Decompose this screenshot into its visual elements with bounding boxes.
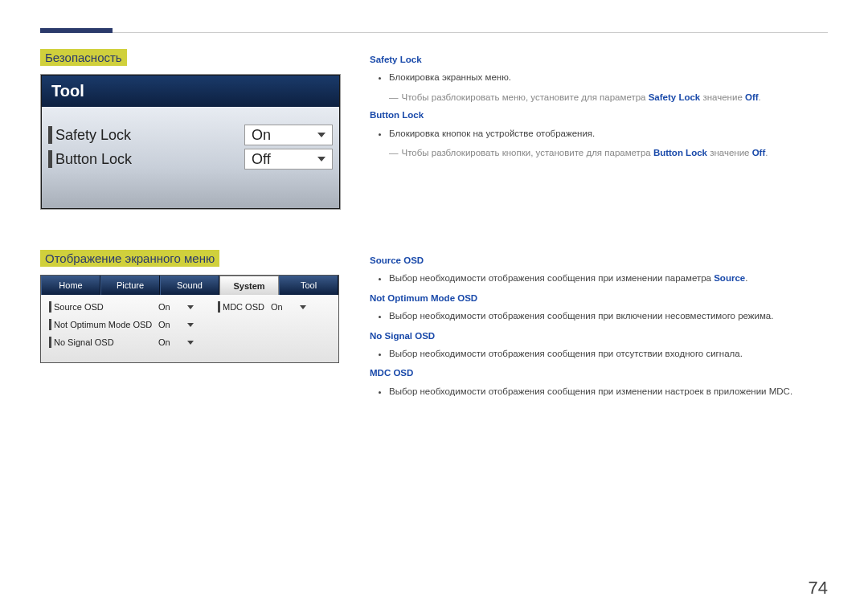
row-marker-icon — [48, 126, 52, 144]
row-marker-icon — [49, 301, 51, 313]
tool-row-button-lock: Button Lock Off — [48, 149, 333, 170]
chevron-down-icon — [187, 305, 194, 309]
section-title-security: Безопасность — [40, 49, 127, 66]
chevron-down-icon — [300, 305, 306, 309]
tool-panel: Tool Safety Lock On Button Lock — [40, 74, 341, 210]
osd-row-label: Not Optimum Mode OSD — [54, 320, 158, 329]
tab-picture[interactable]: Picture — [100, 276, 160, 295]
tab-tool[interactable]: Tool — [279, 276, 338, 295]
desc-item: Выбор необходимости отображения сообщени… — [389, 271, 828, 285]
tab-home[interactable]: Home — [41, 276, 100, 295]
chevron-down-icon — [187, 323, 194, 327]
desc-list: Блокировка экранных меню. — [370, 70, 828, 84]
chevron-down-icon — [317, 157, 326, 161]
header-rule — [40, 32, 828, 33]
desc-title-nosignal-osd: No Signal OSD — [370, 329, 828, 343]
tool-row-safety-lock: Safety Lock On — [48, 125, 333, 145]
chevron-down-icon — [317, 133, 326, 137]
desc-title-source-osd: Source OSD — [370, 253, 828, 268]
section-title-osd: Отображение экранного меню — [40, 250, 219, 267]
tab-sound[interactable]: Sound — [160, 276, 219, 295]
osd-row-value: On — [158, 337, 187, 347]
row-marker-icon — [218, 301, 220, 313]
dash-icon: — — [389, 145, 399, 160]
desc-list: Блокировка кнопок на устройстве отображе… — [370, 126, 828, 141]
desc-item: Выбор необходимости отображения сообщени… — [389, 384, 828, 398]
osd-row-not-optimum[interactable]: Not Optimum Mode OSD On — [49, 319, 194, 330]
select-value: On — [252, 127, 271, 144]
osd-tabs: Home Picture Sound System Tool — [41, 276, 338, 295]
page-number: 74 — [809, 578, 828, 599]
desc-list: Выбор необходимости отображения сообщени… — [370, 384, 828, 398]
row-marker-icon — [48, 150, 52, 168]
osd-panel: Home Picture Sound System Tool Source OS… — [40, 275, 339, 363]
desc-list: Выбор необходимости отображения сообщени… — [370, 346, 828, 361]
tool-panel-header: Tool — [42, 76, 339, 107]
desc-sub: — Чтобы разблокировать меню, установите … — [389, 90, 828, 104]
header-accent — [40, 28, 113, 33]
osd-row-label: Source OSD — [54, 302, 158, 312]
select-value: Off — [252, 151, 271, 168]
tool-row-label: Button Lock — [55, 151, 244, 168]
button-lock-select[interactable]: Off — [244, 149, 333, 170]
dash-icon: — — [389, 90, 399, 104]
safety-lock-select[interactable]: On — [244, 125, 333, 145]
desc-title-safety-lock: Safety Lock — [370, 52, 828, 67]
osd-row-label: No Signal OSD — [54, 337, 158, 347]
osd-row-no-signal[interactable]: No Signal OSD On — [49, 337, 194, 348]
osd-row-value: On — [158, 320, 187, 329]
desc-title-mdc-osd: MDC OSD — [370, 366, 828, 380]
desc-sub-text: Чтобы разблокировать меню, установите дл… — [402, 90, 761, 104]
osd-row-label: MDC OSD — [223, 302, 271, 312]
desc-list: Выбор необходимости отображения сообщени… — [370, 271, 828, 285]
tool-row-label: Safety Lock — [55, 127, 244, 144]
desc-item: Блокировка кнопок на устройстве отображе… — [389, 126, 828, 141]
desc-item: Блокировка экранных меню. — [389, 70, 828, 84]
osd-row-value: On — [271, 302, 300, 312]
desc-title-notopt-osd: Not Optimum Mode OSD — [370, 291, 828, 305]
desc-title-button-lock: Button Lock — [370, 108, 828, 122]
osd-row-source[interactable]: Source OSD On — [49, 301, 194, 313]
osd-row-value: On — [158, 302, 187, 312]
osd-row-mdc[interactable]: MDC OSD On — [218, 301, 306, 313]
desc-sub-text: Чтобы разблокировать кнопки, установите … — [402, 145, 768, 160]
desc-sub: — Чтобы разблокировать кнопки, установит… — [389, 145, 828, 160]
desc-item: Выбор необходимости отображения сообщени… — [389, 309, 828, 323]
chevron-down-icon — [187, 341, 194, 345]
row-marker-icon — [49, 337, 51, 348]
desc-list: Выбор необходимости отображения сообщени… — [370, 309, 828, 323]
tab-system[interactable]: System — [219, 276, 279, 295]
row-marker-icon — [49, 319, 51, 330]
desc-item: Выбор необходимости отображения сообщени… — [389, 346, 828, 361]
